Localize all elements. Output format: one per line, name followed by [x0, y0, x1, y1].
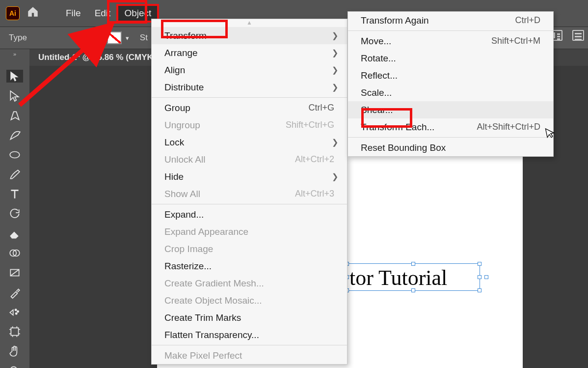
menu-reflect[interactable]: Reflect... — [348, 67, 553, 84]
selection-tool[interactable] — [6, 70, 23, 83]
selection-bounding-box[interactable] — [347, 263, 480, 291]
list-icon[interactable] — [572, 30, 584, 41]
menu-unlock-shortcut: Alt+Ctrl+2 — [275, 154, 334, 165]
menu-edit[interactable]: Edit — [88, 5, 118, 22]
menu-pixel-label: Make Pixel Perfect — [164, 350, 242, 361]
type-tool[interactable] — [6, 188, 23, 200]
menu-move-shortcut: Shift+Ctrl+M — [472, 36, 540, 46]
stroke-label: St — [140, 33, 148, 43]
submenu-arrow-icon: ❯ — [332, 65, 338, 75]
menu-lock[interactable]: Lock❯ — [152, 134, 347, 151]
eraser-tool[interactable] — [6, 227, 23, 240]
pen-tool[interactable] — [6, 109, 23, 122]
fill-swatch[interactable] — [81, 31, 96, 44]
menu-separator — [152, 345, 347, 345]
menu-expand-appearance: Expand Appearance — [152, 223, 347, 240]
menu-flatten-label: Flatten Transparency... — [164, 330, 259, 340]
menu-move-label: Move... — [361, 36, 391, 47]
menu-expand-label: Expand... — [164, 209, 204, 220]
menu-flatten-transparency[interactable]: Flatten Transparency... — [152, 326, 347, 343]
menu-transform-again-label: Transform Again — [361, 15, 429, 26]
submenu-arrow-icon: ❯ — [332, 172, 338, 181]
stroke-swatch[interactable] — [107, 31, 122, 44]
menu-expand[interactable]: Expand... — [152, 206, 347, 223]
handle-tm[interactable] — [411, 262, 415, 266]
menu-group-label: Group — [164, 103, 190, 113]
handle-out-right[interactable] — [484, 275, 488, 279]
ellipse-tool[interactable] — [6, 148, 23, 161]
handle-br[interactable] — [478, 288, 481, 292]
object-menu-dropdown: ▲ Transform❯ Arrange❯ Align❯ Distribute❯… — [151, 19, 347, 365]
menu-grad-label: Create Gradient Mesh... — [164, 278, 264, 289]
optbar-type-label: Type — [9, 33, 27, 43]
menu-show-shortcut: Alt+Ctrl+3 — [275, 189, 334, 199]
handle-mr[interactable] — [478, 275, 481, 279]
menu-arrange[interactable]: Arrange❯ — [152, 44, 347, 61]
submenu-arrow-icon: ❯ — [332, 31, 338, 40]
hand-tool[interactable] — [6, 345, 23, 358]
menu-scale[interactable]: Scale... — [348, 84, 553, 101]
menu-expand-app-label: Expand Appearance — [164, 226, 248, 237]
menu-group[interactable]: GroupCtrl+G — [152, 99, 347, 116]
menu-lock-label: Lock — [164, 137, 184, 148]
submenu-arrow-icon: ❯ — [332, 83, 338, 92]
menu-distribute[interactable]: Distribute❯ — [152, 79, 347, 96]
zoom-tool[interactable] — [6, 365, 23, 368]
paintbrush-tool[interactable] — [6, 168, 23, 181]
stroke-chevron-icon[interactable]: ▾ — [126, 34, 129, 42]
menu-crop-label: Crop Image — [164, 244, 213, 255]
menu-mosaic-label: Create Object Mosaic... — [164, 295, 262, 306]
menu-file[interactable]: File — [59, 5, 88, 22]
menu-transform-again-shortcut: Ctrl+D — [495, 15, 540, 26]
menu-shear[interactable]: Shear... — [348, 101, 553, 118]
menu-scale-label: Scale... — [361, 87, 392, 98]
toolbar-expander-icon[interactable]: » — [0, 49, 29, 59]
menu-rotate-label: Rotate... — [361, 53, 396, 64]
handle-bm[interactable] — [411, 288, 415, 292]
fill-chevron-icon[interactable]: ▾ — [100, 34, 103, 42]
menu-scroll-up-icon[interactable]: ▲ — [152, 19, 347, 27]
handle-tr[interactable] — [478, 262, 481, 266]
menu-hide[interactable]: Hide❯ — [152, 168, 347, 185]
gradient-tool[interactable] — [6, 266, 23, 279]
menu-arrange-label: Arrange — [164, 48, 198, 58]
rotate-tool[interactable] — [6, 207, 23, 220]
home-icon[interactable] — [27, 5, 39, 22]
curvature-tool[interactable] — [6, 129, 23, 142]
menu-trim-marks[interactable]: Create Trim Marks — [152, 309, 347, 326]
shape-builder-tool[interactable] — [6, 247, 23, 259]
menu-unlock-all: Unlock AllAlt+Ctrl+2 — [152, 151, 347, 168]
menu-transform[interactable]: Transform❯ — [152, 27, 347, 44]
transform-submenu: Transform AgainCtrl+D Move...Shift+Ctrl+… — [347, 11, 554, 157]
tools-panel — [0, 59, 29, 368]
menu-align[interactable]: Align❯ — [152, 61, 347, 79]
menu-move[interactable]: Move...Shift+Ctrl+M — [348, 32, 553, 50]
menu-align-label: Align — [164, 65, 185, 76]
menu-ungroup-label: Ungroup — [164, 120, 200, 131]
menu-rasterize[interactable]: Rasterize... — [152, 257, 347, 275]
menu-shear-label: Shear... — [361, 105, 393, 115]
menu-transform-each[interactable]: Transform Each...Alt+Shift+Ctrl+D — [348, 118, 553, 136]
menu-ungroup: UngroupShift+Ctrl+G — [152, 116, 347, 134]
symbol-sprayer-tool[interactable] — [6, 306, 23, 318]
menu-reset-bbox[interactable]: Reset Bounding Box — [348, 139, 553, 156]
menu-gradient-mesh: Create Gradient Mesh... — [152, 275, 347, 292]
menu-distribute-label: Distribute — [164, 82, 204, 93]
menu-rotate[interactable]: Rotate... — [348, 50, 553, 67]
svg-point-5 — [17, 311, 19, 312]
menu-raster-label: Rasterize... — [164, 261, 212, 272]
menu-reset-label: Reset Bounding Box — [361, 142, 446, 153]
menu-transform-label: Transform — [164, 30, 207, 41]
svg-rect-7 — [11, 328, 18, 335]
artboard-tool[interactable] — [6, 325, 23, 338]
menu-unlock-label: Unlock All — [164, 154, 205, 165]
menu-separator — [348, 137, 553, 138]
menu-object-mosaic: Create Object Mosaic... — [152, 292, 347, 309]
eyedropper-tool[interactable] — [6, 286, 23, 299]
menu-reflect-label: Reflect... — [361, 70, 398, 81]
direct-selection-tool[interactable] — [6, 89, 23, 102]
menu-each-label: Transform Each... — [361, 122, 434, 133]
menu-group-shortcut: Ctrl+G — [289, 103, 334, 113]
app-logo: Ai — [6, 6, 20, 20]
menu-transform-again[interactable]: Transform AgainCtrl+D — [348, 12, 553, 29]
